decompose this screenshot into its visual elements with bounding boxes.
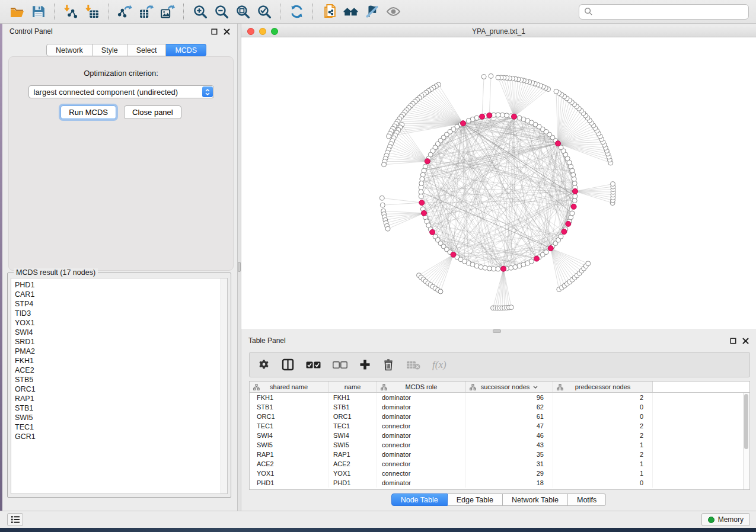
cell[interactable]: RAP1: [328, 450, 377, 459]
column-header-name[interactable]: name: [328, 382, 377, 392]
cell[interactable]: 1: [553, 459, 653, 469]
column-header-predecessor-nodes[interactable]: predecessor nodes: [553, 382, 653, 392]
mcds-result-item[interactable]: FKH1: [15, 356, 227, 366]
cell[interactable]: 31: [466, 459, 553, 469]
cell[interactable]: ACE2: [250, 459, 328, 469]
cell[interactable]: FKH1: [250, 393, 328, 402]
table-scrollbar[interactable]: [743, 393, 749, 489]
cell[interactable]: PHD1: [328, 478, 377, 488]
mcds-result-list[interactable]: PHD1CAR1STP4TID3YOX1SWI4SRD1PMA2FKH1ACE2…: [11, 278, 228, 494]
table-row[interactable]: ACE2ACE2connector311: [250, 459, 749, 469]
cell[interactable]: 35: [466, 450, 553, 459]
search-input[interactable]: [596, 8, 744, 16]
mcds-result-item[interactable]: STB1: [15, 403, 227, 413]
cell[interactable]: 2: [553, 393, 653, 402]
cell[interactable]: 61: [466, 412, 553, 421]
cell[interactable]: 1: [553, 440, 653, 450]
deselect-checkboxes-icon[interactable]: [333, 361, 347, 368]
close-panel-icon[interactable]: [742, 338, 749, 344]
table-row[interactable]: ORC1ORC1dominator610: [250, 412, 749, 421]
mcds-result-item[interactable]: STB5: [15, 375, 227, 384]
cell[interactable]: 0: [553, 478, 653, 488]
cell[interactable]: 0: [553, 402, 653, 412]
cell[interactable]: SWI4: [250, 431, 328, 440]
cell[interactable]: 62: [466, 402, 553, 412]
select-all-checkboxes-icon[interactable]: [306, 361, 321, 368]
mcds-result-item[interactable]: ORC1: [15, 384, 227, 394]
node-table[interactable]: shared namenameMCDS rolesuccessor nodesp…: [249, 381, 750, 490]
cell[interactable]: 96: [466, 393, 553, 402]
document-network-icon[interactable]: [318, 2, 340, 21]
hide-graphics-details-icon[interactable]: [361, 2, 382, 21]
cell[interactable]: ORC1: [328, 412, 377, 421]
mcds-result-item[interactable]: SWI4: [15, 328, 227, 337]
table-row[interactable]: PHD1PHD1dominator180: [250, 478, 749, 488]
splitter-grip[interactable]: [238, 262, 241, 272]
cell[interactable]: 43: [466, 440, 553, 450]
delete-column-icon[interactable]: [382, 358, 394, 371]
cell[interactable]: STB1: [250, 402, 328, 412]
column-header-shared-name[interactable]: shared name: [250, 382, 328, 392]
tab-node-table[interactable]: Node Table: [391, 493, 448, 506]
mcds-result-item[interactable]: PHD1: [15, 280, 227, 290]
tab-edge-table[interactable]: Edge Table: [448, 493, 503, 506]
zoom-selected-icon[interactable]: [253, 2, 275, 21]
mcds-result-item[interactable]: YOX1: [15, 318, 227, 328]
cell[interactable]: STB1: [328, 402, 377, 412]
global-search[interactable]: [579, 4, 749, 20]
table-row[interactable]: SWI4SWI4dominator462: [250, 431, 749, 440]
table-row[interactable]: FKH1FKH1dominator962: [250, 393, 749, 402]
delete-table-icon[interactable]: [406, 360, 420, 370]
column-header-MCDS-role[interactable]: MCDS role: [377, 382, 466, 392]
cell[interactable]: 46: [466, 431, 553, 440]
mcds-result-item[interactable]: PMA2: [15, 347, 227, 356]
save-session-icon[interactable]: [27, 2, 49, 21]
houses-icon[interactable]: [340, 2, 361, 21]
table-row[interactable]: YOX1YOX1connector291: [250, 469, 749, 478]
mcds-result-item[interactable]: RAP1: [15, 394, 227, 403]
cell[interactable]: TEC1: [328, 421, 377, 431]
table-row[interactable]: TEC1TEC1connector472: [250, 421, 749, 431]
mcds-result-item[interactable]: ACE2: [15, 366, 227, 375]
zoom-fit-icon[interactable]: [232, 2, 253, 21]
table-row[interactable]: RAP1RAP1dominator352: [250, 450, 749, 459]
close-panel-icon[interactable]: [224, 28, 230, 35]
cell[interactable]: YOX1: [250, 469, 328, 478]
table-row[interactable]: STB1STB1dominator620: [250, 402, 749, 412]
cell[interactable]: connector: [377, 459, 466, 469]
cell[interactable]: PHD1: [250, 478, 328, 488]
cell[interactable]: ORC1: [250, 412, 328, 421]
memory-button[interactable]: Memory: [701, 513, 750, 526]
table-row[interactable]: SWI5SWI5connector431: [250, 440, 749, 450]
cell[interactable]: dominator: [377, 412, 466, 421]
mcds-result-item[interactable]: GCR1: [15, 432, 227, 441]
cell[interactable]: SWI4: [328, 431, 377, 440]
float-panel-icon[interactable]: [730, 338, 736, 344]
tab-motifs[interactable]: Motifs: [568, 493, 606, 506]
open-folder-icon[interactable]: [6, 2, 27, 21]
mcds-result-scrollbar[interactable]: [221, 278, 228, 494]
cell[interactable]: 29: [466, 469, 553, 478]
cell[interactable]: FKH1: [328, 393, 377, 402]
gear-icon[interactable]: [258, 359, 270, 371]
mcds-result-item[interactable]: SWI5: [15, 413, 227, 422]
float-panel-icon[interactable]: [211, 28, 218, 35]
tab-style[interactable]: Style: [92, 44, 127, 56]
cell[interactable]: SWI5: [328, 440, 377, 450]
mcds-result-item[interactable]: TEC1: [15, 422, 227, 432]
tab-select[interactable]: Select: [127, 44, 167, 56]
export-table-icon[interactable]: [135, 2, 157, 21]
tab-network-table[interactable]: Network Table: [503, 493, 568, 506]
cell[interactable]: RAP1: [250, 450, 328, 459]
cell[interactable]: 2: [553, 421, 653, 431]
cell[interactable]: 2: [553, 431, 653, 440]
cell[interactable]: 1: [553, 469, 653, 478]
zoom-in-icon[interactable]: [189, 2, 210, 21]
function-builder-icon[interactable]: f(x): [432, 359, 446, 371]
table-scrollbar-thumb[interactable]: [744, 394, 748, 449]
cell[interactable]: YOX1: [328, 469, 377, 478]
cell[interactable]: 18: [466, 478, 553, 488]
import-table-icon[interactable]: [81, 2, 103, 21]
cell[interactable]: ACE2: [328, 459, 377, 469]
mcds-result-item[interactable]: STP4: [15, 299, 227, 309]
